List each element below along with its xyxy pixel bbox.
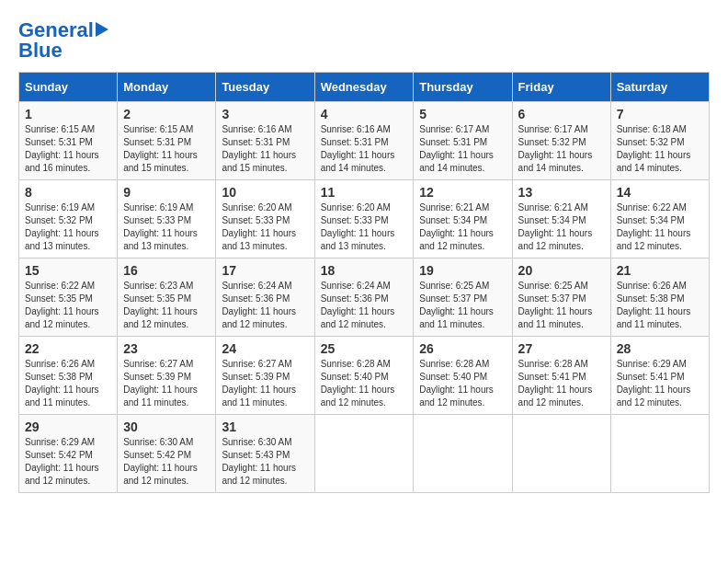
day-info: Sunrise: 6:29 AMSunset: 5:42 PMDaylight:…	[25, 436, 111, 488]
day-number: 15	[25, 263, 111, 278]
day-info: Sunrise: 6:24 AMSunset: 5:36 PMDaylight:…	[222, 280, 308, 331]
calendar-week-row: 8Sunrise: 6:19 AMSunset: 5:32 PMDaylight…	[19, 180, 710, 259]
calendar-cell: 22Sunrise: 6:26 AMSunset: 5:38 PMDayligh…	[19, 337, 118, 415]
calendar-cell: 19Sunrise: 6:25 AMSunset: 5:37 PMDayligh…	[414, 259, 512, 337]
day-info: Sunrise: 6:30 AMSunset: 5:43 PMDaylight:…	[222, 436, 308, 488]
calendar-cell: 30Sunrise: 6:30 AMSunset: 5:42 PMDayligh…	[118, 415, 216, 493]
page-header: General Blue	[18, 18, 710, 63]
day-number: 26	[419, 341, 506, 356]
day-number: 22	[25, 341, 111, 356]
day-number: 4	[321, 107, 408, 121]
day-info: Sunrise: 6:25 AMSunset: 5:37 PMDaylight:…	[419, 280, 506, 331]
day-info: Sunrise: 6:22 AMSunset: 5:35 PMDaylight:…	[25, 280, 111, 331]
day-info: Sunrise: 6:18 AMSunset: 5:32 PMDaylight:…	[617, 123, 703, 175]
calendar-cell: 2Sunrise: 6:15 AMSunset: 5:31 PMDaylight…	[118, 102, 216, 180]
calendar-cell: 21Sunrise: 6:26 AMSunset: 5:38 PMDayligh…	[610, 259, 709, 337]
calendar-cell	[314, 415, 414, 493]
day-number: 30	[123, 419, 210, 434]
day-info: Sunrise: 6:23 AMSunset: 5:35 PMDaylight:…	[123, 280, 210, 331]
calendar-header: SundayMondayTuesdayWednesdayThursdayFrid…	[19, 73, 710, 102]
calendar-cell: 16Sunrise: 6:23 AMSunset: 5:35 PMDayligh…	[118, 259, 216, 337]
calendar-cell: 31Sunrise: 6:30 AMSunset: 5:43 PMDayligh…	[216, 415, 314, 493]
day-number: 28	[617, 341, 703, 356]
calendar-cell: 4Sunrise: 6:16 AMSunset: 5:31 PMDaylight…	[314, 102, 414, 180]
logo-arrow-icon	[96, 22, 108, 37]
day-info: Sunrise: 6:17 AMSunset: 5:31 PMDaylight:…	[419, 123, 506, 175]
calendar-cell: 6Sunrise: 6:17 AMSunset: 5:32 PMDaylight…	[512, 102, 610, 180]
day-number: 16	[123, 263, 210, 278]
weekday-header: Monday	[118, 73, 216, 102]
weekday-header: Sunday	[19, 73, 118, 102]
day-info: Sunrise: 6:20 AMSunset: 5:33 PMDaylight:…	[222, 201, 308, 253]
calendar-cell: 15Sunrise: 6:22 AMSunset: 5:35 PMDayligh…	[19, 259, 118, 337]
calendar-cell	[414, 415, 512, 493]
day-number: 10	[222, 185, 308, 200]
weekday-header: Thursday	[414, 73, 512, 102]
calendar-table: SundayMondayTuesdayWednesdayThursdayFrid…	[18, 72, 710, 493]
day-number: 9	[123, 185, 210, 200]
day-number: 25	[321, 341, 408, 356]
day-info: Sunrise: 6:28 AMSunset: 5:41 PMDaylight:…	[518, 358, 605, 409]
calendar-cell: 5Sunrise: 6:17 AMSunset: 5:31 PMDaylight…	[414, 102, 512, 180]
day-number: 24	[222, 341, 308, 356]
day-number: 5	[419, 107, 506, 121]
day-info: Sunrise: 6:27 AMSunset: 5:39 PMDaylight:…	[222, 358, 308, 409]
day-number: 17	[222, 263, 308, 278]
day-number: 19	[419, 263, 506, 278]
weekday-header: Saturday	[610, 73, 709, 102]
day-number: 11	[321, 185, 408, 200]
day-number: 20	[518, 263, 605, 278]
calendar-week-row: 29Sunrise: 6:29 AMSunset: 5:42 PMDayligh…	[19, 415, 710, 493]
day-info: Sunrise: 6:26 AMSunset: 5:38 PMDaylight:…	[617, 280, 703, 331]
day-number: 18	[321, 263, 408, 278]
calendar-cell: 17Sunrise: 6:24 AMSunset: 5:36 PMDayligh…	[216, 259, 314, 337]
day-number: 7	[617, 107, 703, 121]
day-info: Sunrise: 6:29 AMSunset: 5:41 PMDaylight:…	[617, 358, 703, 409]
day-number: 27	[518, 341, 605, 356]
day-number: 13	[518, 185, 605, 200]
day-number: 8	[25, 185, 111, 200]
calendar-cell: 10Sunrise: 6:20 AMSunset: 5:33 PMDayligh…	[216, 180, 314, 259]
day-number: 14	[617, 185, 703, 200]
calendar-cell: 26Sunrise: 6:28 AMSunset: 5:40 PMDayligh…	[414, 337, 512, 415]
day-info: Sunrise: 6:25 AMSunset: 5:37 PMDaylight:…	[518, 280, 605, 331]
day-number: 12	[419, 185, 506, 200]
weekday-header-row: SundayMondayTuesdayWednesdayThursdayFrid…	[19, 73, 710, 102]
calendar-cell: 14Sunrise: 6:22 AMSunset: 5:34 PMDayligh…	[610, 180, 709, 259]
calendar-cell: 27Sunrise: 6:28 AMSunset: 5:41 PMDayligh…	[512, 337, 610, 415]
day-info: Sunrise: 6:21 AMSunset: 5:34 PMDaylight:…	[419, 201, 506, 253]
day-info: Sunrise: 6:30 AMSunset: 5:42 PMDaylight:…	[123, 436, 210, 488]
calendar-week-row: 1Sunrise: 6:15 AMSunset: 5:31 PMDaylight…	[19, 102, 710, 180]
day-info: Sunrise: 6:19 AMSunset: 5:33 PMDaylight:…	[123, 201, 210, 253]
day-info: Sunrise: 6:27 AMSunset: 5:39 PMDaylight:…	[123, 358, 210, 409]
day-info: Sunrise: 6:17 AMSunset: 5:32 PMDaylight:…	[518, 123, 605, 175]
day-info: Sunrise: 6:22 AMSunset: 5:34 PMDaylight:…	[617, 201, 703, 253]
calendar-week-row: 15Sunrise: 6:22 AMSunset: 5:35 PMDayligh…	[19, 259, 710, 337]
calendar-cell: 9Sunrise: 6:19 AMSunset: 5:33 PMDaylight…	[118, 180, 216, 259]
logo: General Blue	[18, 18, 108, 63]
calendar-cell: 8Sunrise: 6:19 AMSunset: 5:32 PMDaylight…	[19, 180, 118, 259]
day-info: Sunrise: 6:16 AMSunset: 5:31 PMDaylight:…	[222, 123, 308, 175]
day-number: 1	[25, 107, 111, 121]
day-number: 23	[123, 341, 210, 356]
calendar-cell	[512, 415, 610, 493]
calendar-cell: 13Sunrise: 6:21 AMSunset: 5:34 PMDayligh…	[512, 180, 610, 259]
calendar-cell: 24Sunrise: 6:27 AMSunset: 5:39 PMDayligh…	[216, 337, 314, 415]
calendar-cell: 12Sunrise: 6:21 AMSunset: 5:34 PMDayligh…	[414, 180, 512, 259]
day-info: Sunrise: 6:15 AMSunset: 5:31 PMDaylight:…	[123, 123, 210, 175]
weekday-header: Friday	[512, 73, 610, 102]
day-number: 2	[123, 107, 210, 121]
calendar-cell: 23Sunrise: 6:27 AMSunset: 5:39 PMDayligh…	[118, 337, 216, 415]
logo-blue: Blue	[18, 39, 63, 63]
weekday-header: Tuesday	[216, 73, 314, 102]
day-info: Sunrise: 6:15 AMSunset: 5:31 PMDaylight:…	[25, 123, 111, 175]
calendar-week-row: 22Sunrise: 6:26 AMSunset: 5:38 PMDayligh…	[19, 337, 710, 415]
day-info: Sunrise: 6:16 AMSunset: 5:31 PMDaylight:…	[321, 123, 408, 175]
calendar-cell	[610, 415, 709, 493]
day-number: 3	[222, 107, 308, 121]
day-info: Sunrise: 6:24 AMSunset: 5:36 PMDaylight:…	[321, 280, 408, 331]
day-info: Sunrise: 6:19 AMSunset: 5:32 PMDaylight:…	[25, 201, 111, 253]
calendar-cell: 11Sunrise: 6:20 AMSunset: 5:33 PMDayligh…	[314, 180, 414, 259]
calendar-cell: 7Sunrise: 6:18 AMSunset: 5:32 PMDaylight…	[610, 102, 709, 180]
calendar-cell: 20Sunrise: 6:25 AMSunset: 5:37 PMDayligh…	[512, 259, 610, 337]
